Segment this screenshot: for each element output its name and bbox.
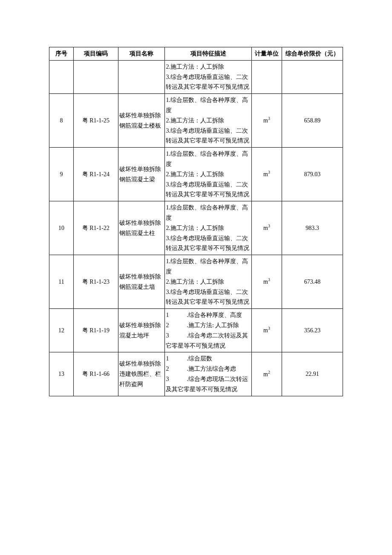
pricing-table: 序号 项目编码 项目名称 项目特征描述 计量单位 综合单价限价（元） 2.施工方… bbox=[49, 47, 343, 396]
header-desc: 项目特征描述 bbox=[165, 47, 251, 61]
cell-price: 658.89 bbox=[282, 94, 343, 148]
cell-code: 粤 R1-1-22 bbox=[74, 201, 118, 255]
cell-name: 破坏性单独拆除钢筋混凝土楼板 bbox=[118, 94, 165, 148]
table-row: 9粤 R1-1-24破坏性单独拆除钢筋混凝土梁1.综合层数、综合各种厚度、高度 … bbox=[49, 148, 343, 201]
unit-base: m bbox=[263, 371, 268, 377]
header-price: 综合单价限价（元） bbox=[282, 47, 343, 61]
cell-name: 破坏性单独拆除钢筋混凝土墙 bbox=[118, 255, 165, 309]
unit-sup: 3 bbox=[268, 116, 270, 121]
table-row: 11粤 R1-1-23破坏性单独拆除钢筋混凝土墙1.综合层数、综合各种厚度、高度… bbox=[49, 255, 343, 309]
cell-price: 879.03 bbox=[282, 148, 343, 201]
unit-base: m bbox=[263, 171, 268, 177]
cell-desc: 1.综合层数、综合各种厚度、高度 2.施工方法：人工拆除 3.综合考虑现场垂直运… bbox=[165, 94, 251, 148]
cell-name: 破坏性单独拆除违建铁围栏、栏杆防盗网 bbox=[118, 352, 165, 396]
cell-seq: 8 bbox=[49, 94, 74, 148]
cell-unit: m3 bbox=[251, 309, 282, 352]
cell-code: 粤 R1-1-19 bbox=[74, 309, 118, 352]
cell-unit: m2 bbox=[251, 352, 282, 396]
header-code: 项目编码 bbox=[74, 47, 118, 61]
unit-sup: 2 bbox=[268, 370, 270, 375]
cell-unit: m3 bbox=[251, 201, 282, 255]
cell-price: 356.23 bbox=[282, 309, 343, 352]
cell-name: 破坏性单独拆除钢筋混凝土梁 bbox=[118, 148, 165, 201]
cell-seq: 13 bbox=[49, 352, 74, 396]
unit-sup: 3 bbox=[268, 277, 270, 282]
table-body: 2.施工方法：人工拆除 3.综合考虑现场垂直运输、二次转运及其它零星等不可预见情… bbox=[49, 60, 343, 396]
cell-code: 粤 R1-1-66 bbox=[74, 352, 118, 396]
header-name: 项目名称 bbox=[118, 47, 165, 61]
table-row: 2.施工方法：人工拆除 3.综合考虑现场垂直运输、二次转运及其它零星等不可预见情… bbox=[49, 60, 343, 93]
cell-name bbox=[118, 60, 165, 93]
cell-price bbox=[282, 60, 343, 93]
cell-desc: 1.综合层数、综合各种厚度、高度 2.施工方法：人工拆除 3.综合考虑现场垂直运… bbox=[165, 148, 251, 201]
cell-seq: 10 bbox=[49, 201, 74, 255]
cell-unit bbox=[251, 60, 282, 93]
cell-code: 粤 R1-1-24 bbox=[74, 148, 118, 201]
header-unit: 计量单位 bbox=[251, 47, 282, 61]
cell-code: 粤 R1-1-25 bbox=[74, 94, 118, 148]
cell-desc: 1.综合层数、综合各种厚度、高度 2.施工方法：人工拆除 3.综合考虑现场垂直运… bbox=[165, 201, 251, 255]
cell-seq: 9 bbox=[49, 148, 74, 201]
header-seq: 序号 bbox=[49, 47, 74, 61]
cell-name: 破坏性单独拆除钢筋混凝土柱 bbox=[118, 201, 165, 255]
cell-unit: m3 bbox=[251, 94, 282, 148]
cell-price: 983.3 bbox=[282, 201, 343, 255]
unit-sup: 3 bbox=[268, 224, 270, 228]
cell-price: 22.91 bbox=[282, 352, 343, 396]
unit-base: m bbox=[263, 327, 268, 334]
cell-price: 673.48 bbox=[282, 255, 343, 309]
cell-seq: 11 bbox=[49, 255, 74, 309]
cell-name: 破坏性单独拆除混凝土地坪 bbox=[118, 309, 165, 352]
cell-unit: m3 bbox=[251, 148, 282, 201]
cell-desc: 1 .综合层数 2 .施工方法综合考虑 3 .综合考虑现场二次转运及其它零星等不… bbox=[165, 352, 251, 396]
cell-unit: m3 bbox=[251, 255, 282, 309]
cell-desc: 1.综合层数、综合各种厚度、高度 2.施工方法：人工拆除 3.综合考虑现场垂直运… bbox=[165, 255, 251, 309]
cell-code bbox=[74, 60, 118, 93]
table-row: 12粤 R1-1-19破坏性单独拆除混凝土地坪1 .综合各种厚度、高度 2 .施… bbox=[49, 309, 343, 352]
cell-seq: 12 bbox=[49, 309, 74, 352]
cell-desc: 1 .综合各种厚度、高度 2 .施工方法: 人工拆除 3 .综合考虑二次转运及其… bbox=[165, 309, 251, 352]
unit-sup: 3 bbox=[268, 170, 270, 174]
cell-code: 粤 R1-1-23 bbox=[74, 255, 118, 309]
unit-sup: 3 bbox=[268, 326, 270, 331]
table-row: 10粤 R1-1-22破坏性单独拆除钢筋混凝土柱1.综合层数、综合各种厚度、高度… bbox=[49, 201, 343, 255]
cell-seq bbox=[49, 60, 74, 93]
table-row: 8粤 R1-1-25破坏性单独拆除钢筋混凝土楼板1.综合层数、综合各种厚度、高度… bbox=[49, 94, 343, 148]
table-row: 13粤 R1-1-66破坏性单独拆除违建铁围栏、栏杆防盗网1 .综合层数 2 .… bbox=[49, 352, 343, 396]
cell-desc: 2.施工方法：人工拆除 3.综合考虑现场垂直运输、二次转运及其它零星等不可预见情… bbox=[165, 60, 251, 93]
unit-base: m bbox=[263, 279, 268, 285]
unit-base: m bbox=[263, 117, 268, 124]
table-header: 序号 项目编码 项目名称 项目特征描述 计量单位 综合单价限价（元） bbox=[49, 47, 343, 61]
unit-base: m bbox=[263, 225, 268, 231]
